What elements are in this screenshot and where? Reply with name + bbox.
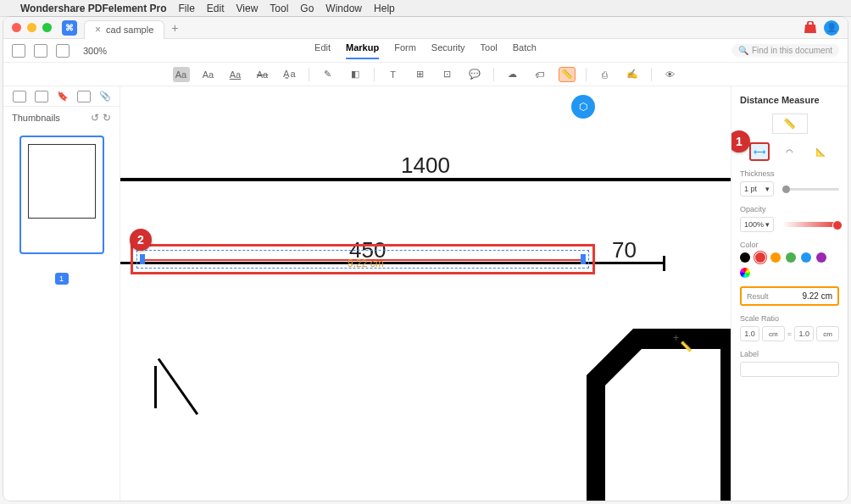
squiggle-icon[interactable]: A̰a xyxy=(281,67,298,82)
separator xyxy=(374,68,375,81)
color-black[interactable] xyxy=(740,252,750,263)
tag-icon[interactable]: 🏷 xyxy=(531,67,548,82)
dimension-1400: 1400 xyxy=(401,152,450,179)
label-input[interactable] xyxy=(740,362,839,377)
strikethrough-icon[interactable]: Aa xyxy=(254,67,271,82)
opacity-slider[interactable] xyxy=(782,222,839,227)
text-tool-icon[interactable]: Aa xyxy=(200,67,217,82)
top-toolbar: 300% Edit Markup Form Security Tool Batc… xyxy=(3,39,848,63)
thumbnails-list: 1 xyxy=(3,129,120,501)
menu-help[interactable]: Help xyxy=(374,3,395,14)
annotation-badge-1: 1 xyxy=(731,130,750,152)
thumbnails-grid-icon[interactable] xyxy=(34,44,47,58)
document-tab[interactable]: × cad sample xyxy=(84,20,164,39)
scale-to-unit[interactable]: cm xyxy=(816,326,839,341)
stamp-icon[interactable]: ⎙ xyxy=(597,67,614,82)
opacity-select[interactable]: 100%▾ xyxy=(740,217,774,232)
separator xyxy=(651,68,652,81)
menu-form[interactable]: Form xyxy=(394,42,416,59)
scale-equals: = xyxy=(787,330,792,338)
view-mode-icon[interactable] xyxy=(56,44,70,58)
menu-file[interactable]: File xyxy=(179,3,195,14)
result-box: Result 9.22 cm xyxy=(740,286,839,306)
menu-view[interactable]: View xyxy=(236,3,259,14)
distance-tool-icon[interactable]: ⟷ xyxy=(749,142,770,161)
measure-type-tab[interactable]: 📏 xyxy=(772,114,808,134)
highlight-text-icon[interactable]: Aa xyxy=(173,67,190,82)
color-red[interactable] xyxy=(755,252,765,263)
selection-handle-right[interactable] xyxy=(581,254,586,264)
crosshair-cursor-icon: + xyxy=(673,332,679,344)
menu-batch[interactable]: Batch xyxy=(513,42,537,59)
menu-tool[interactable]: Tool xyxy=(270,3,288,14)
dimension-70: 70 xyxy=(612,237,637,263)
layers-tab-icon[interactable] xyxy=(77,91,91,102)
underline-icon[interactable]: Aa xyxy=(227,67,244,82)
color-purple[interactable] xyxy=(816,252,826,263)
document-canvas[interactable]: 1400 450 70 9.22 cm 2 xyxy=(120,86,731,501)
close-window-button[interactable] xyxy=(12,23,21,32)
pen-icon[interactable]: ✎ xyxy=(320,67,337,82)
callout-icon[interactable]: ⊞ xyxy=(412,67,429,82)
scale-from-input[interactable]: 1.0 xyxy=(740,326,759,341)
shopping-bag-icon[interactable] xyxy=(804,21,817,35)
eraser-icon[interactable]: ◧ xyxy=(347,67,364,82)
scale-from-unit[interactable]: cm xyxy=(762,326,785,341)
user-avatar-icon[interactable]: 👤 xyxy=(824,20,839,36)
zoom-level[interactable]: 300% xyxy=(83,46,107,56)
mac-menubar: Wondershare PDFelement Pro File Edit Vie… xyxy=(0,0,851,17)
comment-icon[interactable]: 💬 xyxy=(466,67,483,82)
menu-window[interactable]: Window xyxy=(325,3,362,14)
document-tabs: × cad sample + xyxy=(84,19,178,37)
sidebar-toggle-icon[interactable] xyxy=(12,44,25,58)
rotate-right-icon[interactable]: ↻ xyxy=(103,112,111,124)
close-tab-icon[interactable]: × xyxy=(95,24,101,36)
color-blue[interactable] xyxy=(801,252,811,263)
attachment-tab-icon[interactable]: 📎 xyxy=(99,91,111,102)
color-orange[interactable] xyxy=(770,252,781,263)
note-icon[interactable]: ⊡ xyxy=(439,67,456,82)
new-tab-button[interactable]: + xyxy=(171,21,178,35)
menu-security[interactable]: Security xyxy=(431,42,465,59)
rotate-left-icon[interactable]: ↺ xyxy=(91,112,99,124)
menu-edit[interactable]: Edit xyxy=(207,3,225,14)
app-window: ⌘ × cad sample + 👤 300% Edit Markup Form xyxy=(3,17,848,501)
outline-tab-icon[interactable] xyxy=(35,91,48,102)
properties-panel: Distance Measure 📏 1 ⟷ ◠ 📐 Thickness 1 p… xyxy=(731,86,848,501)
app-logo-icon: ⌘ xyxy=(62,20,77,36)
text-box-icon[interactable]: T xyxy=(385,67,402,82)
menu-markup[interactable]: Markup xyxy=(346,42,379,59)
main-area: 🔖 📎 Thumbnails ↺ ↻ 1 xyxy=(3,86,848,501)
area-tool-icon[interactable]: 📐 xyxy=(810,142,831,161)
menu-go[interactable]: Go xyxy=(300,3,314,14)
floating-action-button[interactable]: ⬡ xyxy=(571,95,595,119)
main-menu: Edit Markup Form Security Tool Batch xyxy=(314,42,537,59)
app-name[interactable]: Wondershare PDFelement Pro xyxy=(20,3,167,14)
label-label: Label xyxy=(740,350,839,358)
measure-tool-icon[interactable]: 📏 xyxy=(559,67,576,82)
thickness-slider[interactable] xyxy=(782,188,839,191)
scale-to-input[interactable]: 1.0 xyxy=(794,326,814,341)
menu-tool[interactable]: Tool xyxy=(481,42,498,59)
minimize-window-button[interactable] xyxy=(27,23,36,32)
search-input[interactable]: 🔍 Find in this document xyxy=(731,44,839,57)
menu-edit-doc[interactable]: Edit xyxy=(314,42,331,59)
search-placeholder: Find in this document xyxy=(752,46,832,55)
signature-icon[interactable]: ✍ xyxy=(624,67,641,82)
color-green[interactable] xyxy=(786,252,796,263)
perimeter-tool-icon[interactable]: ◠ xyxy=(780,142,800,161)
markup-toolbar: Aa Aa Aa Aa A̰a ✎ ◧ T ⊞ ⊡ 💬 ☁ 🏷 📏 ⎙ ✍ 👁 xyxy=(3,63,848,86)
separator xyxy=(586,68,587,81)
color-picker-icon[interactable] xyxy=(740,268,750,278)
page-thumbnail[interactable] xyxy=(19,136,104,254)
visibility-icon[interactable]: 👁 xyxy=(662,67,679,82)
color-swatches xyxy=(740,252,839,278)
thickness-select[interactable]: 1 pt▾ xyxy=(740,181,774,197)
bookmark-tab-icon[interactable]: 🔖 xyxy=(57,91,69,102)
selection-handle-left[interactable] xyxy=(140,254,145,264)
cloud-icon[interactable]: ☁ xyxy=(504,67,521,82)
thumbnails-tab-icon[interactable] xyxy=(13,91,26,102)
annotation-badge-2: 2 xyxy=(130,229,152,251)
left-sidebar: 🔖 📎 Thumbnails ↺ ↻ 1 xyxy=(3,86,120,501)
maximize-window-button[interactable] xyxy=(42,23,52,32)
